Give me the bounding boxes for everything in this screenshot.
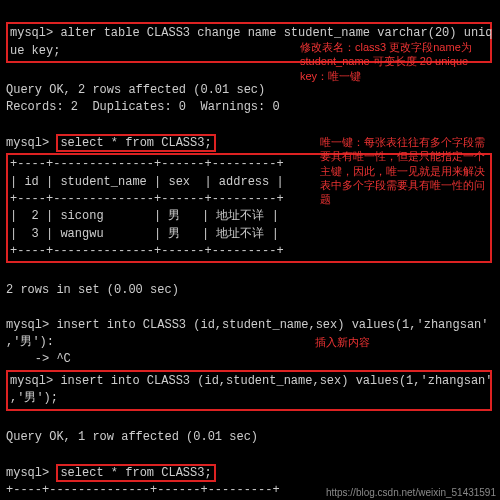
cancel: -> ^C [6, 352, 71, 366]
prompt: mysql> [6, 466, 56, 480]
sql-insert-bad-cont: ,'男'): [6, 335, 54, 349]
highlight-insert: mysql> insert into CLASS3 (id,student_na… [6, 370, 492, 411]
sql-insert: insert into CLASS3 (id,student_name,sex)… [60, 374, 492, 388]
highlight-select1: select * from CLASS3; [56, 134, 215, 152]
result-rows: 2 rows in set (0.00 sec) [6, 283, 179, 297]
result-records: Records: 2 Duplicates: 0 Warnings: 0 [6, 100, 280, 114]
annotation-unique-key: 唯一键：每张表往往有多个字段需要具有唯一性，但是只能指定一个主键，因此，唯一见就… [320, 135, 495, 206]
table-row: | 3 | wangwu | 男 | 地址不详 | [10, 227, 279, 241]
table-border: +----+--------------+------+---------+ [10, 157, 284, 171]
prompt: mysql> [10, 26, 60, 40]
table-border: +----+--------------+------+---------+ [10, 192, 284, 206]
result-ok: Query OK, 2 rows affected (0.01 sec) [6, 83, 265, 97]
sql-insert-cont: ,'男'); [10, 391, 58, 405]
highlight-select2: select * from CLASS3; [56, 464, 215, 482]
sql-alter-cont: ue key; [10, 44, 60, 58]
result-ok: Query OK, 1 row affected (0.01 sec) [6, 430, 258, 444]
table-header: | id | student_name | sex | address | [10, 175, 284, 189]
table-border: +----+--------------+------+---------+ [10, 244, 284, 258]
prompt: mysql> [10, 374, 60, 388]
annotation-alter: 修改表名：class3 更改字段name为student_name 可变长度 2… [300, 40, 490, 83]
prompt: mysql> [6, 136, 56, 150]
sql-alter: alter table CLASS3 change name student_n… [60, 26, 492, 40]
prompt: mysql> [6, 318, 56, 332]
annotation-insert: 插入新内容 [315, 335, 465, 349]
table-border: +----+--------------+------+---------+ [6, 483, 280, 497]
watermark: https://blog.csdn.net/weixin_51431591 [326, 487, 496, 498]
table-row: | 2 | sicong | 男 | 地址不详 | [10, 209, 279, 223]
sql-insert-bad: insert into CLASS3 (id,student_name,sex)… [56, 318, 488, 332]
